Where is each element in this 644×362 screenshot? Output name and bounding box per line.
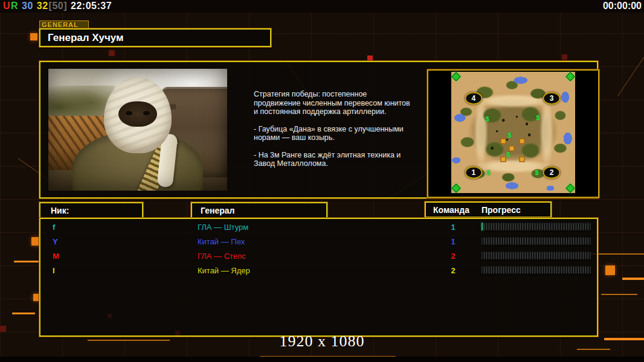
diagonal-trace [617,36,644,96]
column-header-nick: Ник: [39,202,143,218]
clock-time: 22:05:37 [71,1,112,11]
stat-cap: [50] [49,1,70,11]
stat-level: 32 [37,1,48,11]
reinforcement-marker-icon [451,72,461,81]
tech-building-icon [519,156,524,162]
circuit-node [30,33,37,40]
reinforcement-marker-icon [565,183,575,193]
divider-line [601,294,637,295]
general-info-panel: Стратегия победы: постепенное продвижени… [39,61,598,198]
supply-dock-icon: $ [486,170,490,176]
stat-r: R [11,1,21,11]
start-position-3: 3 [543,92,561,105]
match-timer: 00:00:00 [603,1,642,11]
circuit-node-dim [0,326,6,332]
circuit-node-dim [562,54,567,60]
supply-dock-icon: $ [507,132,511,138]
loading-progress-bar [481,237,591,245]
minimap: 4 3 1 2 $ $ $ $ $ $ [451,72,575,193]
player-stats-readout: UR 30 32[50] 22:05:37 [3,1,112,11]
minimap-frame: 4 3 1 2 $ $ $ $ $ $ [427,69,599,198]
stat-rank: 30 [22,1,36,11]
progress-fill [481,223,483,230]
header-label: Ник: [51,206,69,215]
tech-building-icon [501,138,506,144]
player-nick: M [53,252,59,261]
header-label-team: Команда [433,205,469,215]
circuit-node-dim [109,50,115,56]
player-general: ГЛА — Штурм [198,223,248,232]
supply-dock-icon: $ [485,116,489,122]
start-position-1: 1 [465,166,482,179]
player-general: ГЛА — Степс [198,252,246,261]
player-row: I Китай — Ядер 2 [40,264,597,278]
reinforcement-marker-icon [451,183,461,193]
resolution-label: 1920 x 1080 [0,332,644,351]
bottom-strip [0,357,644,362]
player-table: f ГЛА — Штурм 1 Y Китай — Пех 1 M ГЛА — … [39,218,598,337]
column-header-general: Генерал [191,202,327,218]
player-nick: I [53,266,55,275]
divider-line [12,313,35,314]
reinforcement-marker-icon [565,72,575,81]
circuit-node [31,237,40,246]
tech-building-icon [509,145,515,151]
supply-dock-icon: $ [536,115,539,121]
player-nick: f [53,223,55,232]
circuit-node-red [367,56,373,61]
strategy-paragraph: Стратегия победы: постепенное продвижени… [254,90,416,116]
general-portrait-image [48,69,227,191]
general-name: Генерал Хучум [48,32,124,44]
player-general: Китай — Ядер [198,266,250,275]
game-loading-screen: UR 30 32[50] 22:05:37 00:00:00 GENERAL Г… [0,0,644,362]
player-team: 1 [444,223,462,232]
player-team: 2 [444,252,462,261]
start-position-2: 2 [543,166,561,179]
strategy-description: Стратегия победы: постепенное продвижени… [254,90,416,177]
vignette [48,69,227,191]
tech-building-icon [519,138,524,144]
stat-u: U [3,1,10,11]
player-nick: Y [53,237,58,246]
player-row: Y Китай — Пех 1 [40,235,597,249]
loading-progress-bar [481,266,591,274]
strategy-paragraph: - На 3м Ранге вас ждёт элитная техника и… [254,151,416,168]
player-team: 1 [444,237,462,246]
supply-dock-icon: $ [535,170,538,176]
divider-line [622,278,644,280]
general-title-box: Генерал Хучум [39,28,271,47]
loading-progress-bar [481,223,591,230]
start-position-4: 4 [465,92,482,105]
player-team: 2 [444,266,462,275]
circuit-node [605,265,615,275]
column-header-team-progress: Команда Прогресс [425,202,552,218]
player-general: Китай — Пех [198,237,245,246]
strategy-paragraph: - Гаубица «Дана» в связке с улучшенными … [254,125,416,142]
header-label: Генерал [201,206,235,215]
supply-dock-icon: $ [506,151,510,157]
player-row: f ГЛА — Штурм 1 [40,220,597,235]
header-label-progress: Прогресс [481,205,521,215]
tech-building-icon [501,156,506,162]
player-row: M ГЛА — Степс 2 [40,249,597,264]
loading-progress-bar [481,252,591,259]
divider-line [14,261,40,262]
